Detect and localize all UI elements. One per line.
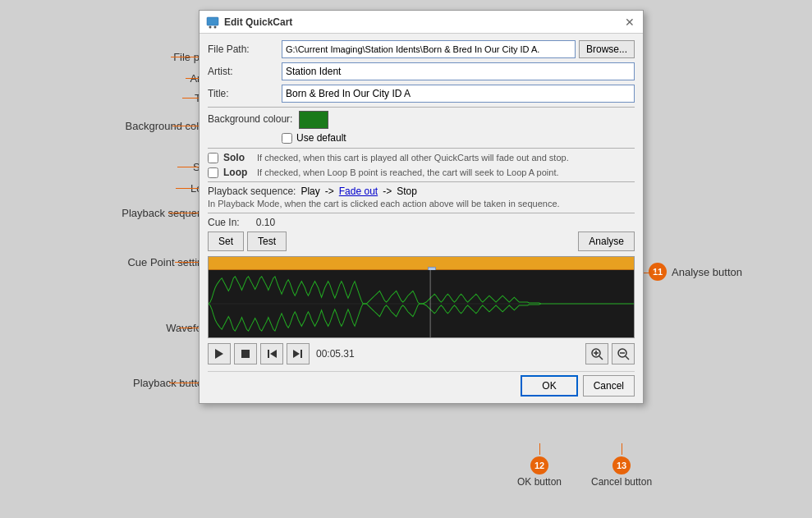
svg-rect-7: [241, 350, 250, 358]
seq-arrow2: ->: [383, 186, 392, 197]
solo-desc: If checked, when this cart is played all…: [257, 153, 635, 163]
dialog: Edit QuickCart ✕ File Path: Browse... Ar…: [199, 10, 644, 404]
loop-desc: If checked, when Loop B point is reached…: [257, 167, 635, 177]
playback-seq-row: Playback sequence: Play -> Fade out -> S…: [208, 186, 635, 197]
divider-1: [208, 107, 635, 108]
cue-in-label: Cue In:: [208, 217, 240, 228]
transport-row: 00:05.31: [208, 343, 635, 364]
artist-input[interactable]: [282, 62, 635, 80]
bg-color-label: Background colour:: [208, 113, 292, 125]
skip-start-button[interactable]: [260, 343, 283, 364]
btn-row-left: Set Test: [208, 231, 287, 251]
svg-line-17: [626, 356, 629, 360]
waveform-container[interactable]: [208, 256, 635, 338]
waveform-canvas: [209, 270, 634, 337]
use-default-checkbox[interactable]: [282, 133, 292, 144]
annotation-ok: 12 OK button: [517, 443, 562, 488]
seq-play: Play: [300, 186, 319, 197]
use-default-label: Use default: [296, 132, 346, 144]
solo-checkbox[interactable]: [208, 153, 218, 163]
svg-rect-10: [300, 350, 302, 358]
seq-stop: Stop: [397, 186, 417, 197]
cancel-button[interactable]: Cancel: [583, 375, 635, 397]
seq-fadeout[interactable]: Fade out: [339, 186, 378, 197]
title-input[interactable]: [282, 85, 635, 103]
artist-row: Artist:: [208, 62, 635, 80]
cart-icon: [206, 16, 219, 29]
close-button[interactable]: ✕: [623, 16, 636, 28]
dialog-body: File Path: Browse... Artist: Title: Back…: [200, 34, 643, 403]
analyse-button[interactable]: Analyse: [578, 231, 635, 251]
title-label: Title:: [208, 88, 282, 99]
test-button[interactable]: Test: [247, 231, 287, 251]
annotation-cancel: 13 Cancel button: [591, 443, 652, 488]
solo-row: Solo If checked, when this cart is playe…: [208, 152, 635, 163]
file-path-row: File Path: Browse...: [208, 40, 635, 58]
color-swatch[interactable]: [299, 111, 328, 129]
loop-checkbox[interactable]: [208, 167, 218, 178]
dialog-titlebar: Edit QuickCart ✕: [200, 11, 643, 34]
zoom-in-button[interactable]: [585, 343, 608, 364]
file-path-label: File Path:: [208, 44, 282, 55]
svg-marker-9: [270, 350, 277, 358]
ok-button[interactable]: OK: [521, 375, 577, 397]
cue-in-row: Cue In: 0.10: [208, 217, 635, 228]
play-button[interactable]: [208, 343, 231, 364]
use-default-row: Use default: [282, 132, 635, 144]
zoom-out-button[interactable]: [612, 343, 635, 364]
progress-bar: [209, 257, 634, 270]
svg-point-2: [214, 25, 217, 28]
btn-row: Set Test Analyse: [208, 231, 635, 251]
artist-label: Artist:: [208, 66, 282, 77]
dialog-title: Edit QuickCart: [224, 16, 292, 28]
playback-seq-label: Playback sequence:: [208, 186, 296, 197]
bg-color-row: Background colour:: [208, 111, 635, 129]
analyse-connector: [644, 273, 660, 273]
svg-rect-8: [268, 350, 269, 358]
seq-arrow1: ->: [325, 186, 334, 197]
stop-button[interactable]: [234, 343, 257, 364]
loop-label: Loop: [223, 167, 252, 178]
annotation-analyse: 11 Analyse button: [649, 263, 742, 281]
bottom-row: OK Cancel: [208, 371, 635, 397]
divider-4: [208, 213, 635, 213]
skip-end-button[interactable]: [287, 343, 310, 364]
browse-button[interactable]: Browse...: [579, 40, 635, 58]
cue-in-value: 0.10: [256, 217, 275, 228]
divider-2: [208, 148, 635, 149]
title-row: Title:: [208, 85, 635, 103]
svg-line-13: [599, 356, 603, 360]
loop-row: Loop If checked, when Loop B point is re…: [208, 167, 635, 178]
solo-label: Solo: [223, 152, 252, 163]
svg-point-1: [209, 25, 212, 28]
file-path-input[interactable]: [282, 40, 576, 58]
time-display: 00:05.31: [316, 348, 582, 360]
waveform-svg: [209, 270, 634, 337]
svg-marker-11: [293, 350, 300, 358]
set-button[interactable]: Set: [208, 231, 244, 251]
svg-marker-6: [215, 349, 223, 359]
playback-note: In Playback Mode, when the cart is click…: [208, 199, 635, 209]
svg-rect-0: [207, 17, 218, 25]
divider-3: [208, 181, 635, 182]
titlebar-left: Edit QuickCart: [206, 16, 292, 29]
